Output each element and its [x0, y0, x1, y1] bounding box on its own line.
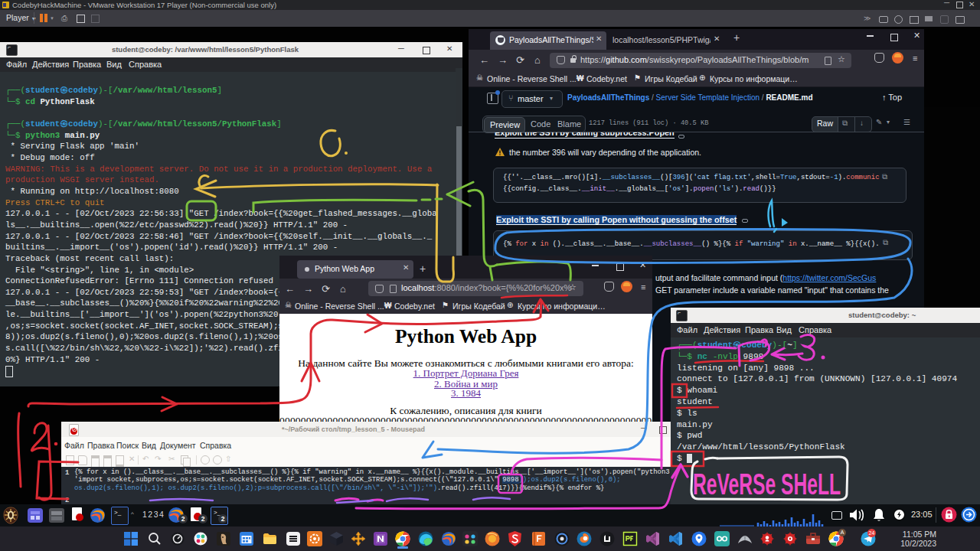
svg-text:ReVeRSe SHeLL: ReVeRSe SHeLL — [693, 468, 841, 500]
